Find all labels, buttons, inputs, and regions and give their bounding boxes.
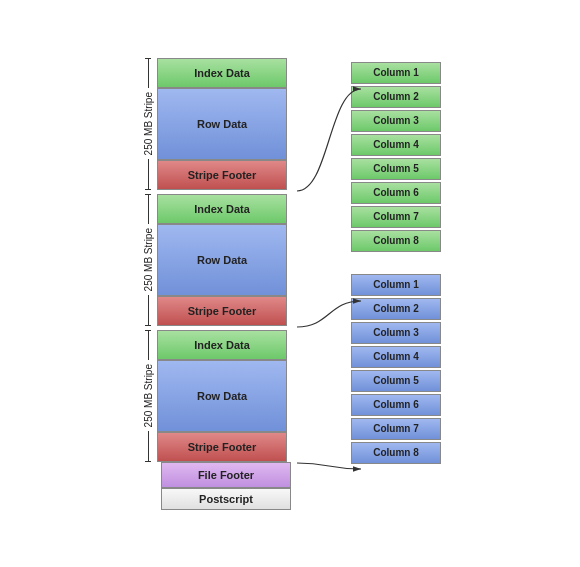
stripe-row-3: 250 MB Stripe Index Data Row Data Stripe… bbox=[139, 330, 291, 462]
line-2b bbox=[148, 295, 149, 324]
index-block-3: Index Data bbox=[157, 330, 287, 360]
extra-bottom-row: File Footer Postscript bbox=[139, 462, 291, 510]
col-1-8: Column 8 bbox=[351, 230, 441, 252]
stripe-row-1: 250 MB Stripe Index Data Row Data Stripe… bbox=[139, 58, 291, 190]
stripe-label-1: 250 MB Stripe bbox=[143, 88, 154, 159]
footer-block-3: Stripe Footer bbox=[157, 432, 287, 462]
col-2-8: Column 8 bbox=[351, 442, 441, 464]
col-1-3: Column 3 bbox=[351, 110, 441, 132]
line-3b bbox=[148, 431, 149, 460]
col-1-6: Column 6 bbox=[351, 182, 441, 204]
line-3 bbox=[148, 331, 149, 360]
col-1-1: Column 1 bbox=[351, 62, 441, 84]
col-2-7: Column 7 bbox=[351, 418, 441, 440]
col-1-7: Column 7 bbox=[351, 206, 441, 228]
col-2-4: Column 4 bbox=[351, 346, 441, 368]
col-1-2: Column 2 bbox=[351, 86, 441, 108]
col-1-4: Column 4 bbox=[351, 134, 441, 156]
footer-block-2: Stripe Footer bbox=[157, 296, 287, 326]
col-2-2: Column 2 bbox=[351, 298, 441, 320]
stripe-blocks-1: Index Data Row Data Stripe Footer bbox=[157, 58, 287, 190]
line-2 bbox=[148, 195, 149, 224]
row-block-2: Row Data bbox=[157, 224, 287, 296]
col-1-5: Column 5 bbox=[351, 158, 441, 180]
row-block-1: Row Data bbox=[157, 88, 287, 160]
column-group-2: Column 1 Column 2 Column 3 Column 4 Colu… bbox=[351, 274, 441, 464]
col-2-6: Column 6 bbox=[351, 394, 441, 416]
col-gap-1 bbox=[351, 256, 441, 270]
stripe-label-2: 250 MB Stripe bbox=[143, 224, 154, 295]
stripe-blocks-3: Index Data Row Data Stripe Footer bbox=[157, 330, 287, 462]
index-block-1: Index Data bbox=[157, 58, 287, 88]
spacer bbox=[139, 462, 161, 510]
brace-col-1: 250 MB Stripe bbox=[139, 58, 157, 190]
col-2-5: Column 5 bbox=[351, 370, 441, 392]
diagram: 250 MB Stripe Index Data Row Data Stripe… bbox=[129, 42, 451, 526]
stripe-blocks-2: Index Data Row Data Stripe Footer bbox=[157, 194, 287, 326]
column-group-1: Column 1 Column 2 Column 3 Column 4 Colu… bbox=[351, 62, 441, 252]
file-footer-block: File Footer bbox=[161, 462, 291, 488]
line-1b bbox=[148, 159, 149, 188]
stripe-label-3: 250 MB Stripe bbox=[143, 360, 154, 431]
brace-col-2: 250 MB Stripe bbox=[139, 194, 157, 326]
stripe-row-2: 250 MB Stripe Index Data Row Data Stripe… bbox=[139, 194, 291, 326]
col-2-1: Column 1 bbox=[351, 274, 441, 296]
left-section: 250 MB Stripe Index Data Row Data Stripe… bbox=[139, 58, 291, 510]
row-block-3: Row Data bbox=[157, 360, 287, 432]
col-2-3: Column 3 bbox=[351, 322, 441, 344]
footer-block-1: Stripe Footer bbox=[157, 160, 287, 190]
brace-col-3: 250 MB Stripe bbox=[139, 330, 157, 462]
index-block-2: Index Data bbox=[157, 194, 287, 224]
diagram-inner: 250 MB Stripe Index Data Row Data Stripe… bbox=[139, 58, 441, 510]
postscript-block: Postscript bbox=[161, 488, 291, 510]
right-section: Column 1 Column 2 Column 3 Column 4 Colu… bbox=[351, 62, 441, 464]
extra-bottom-blocks: File Footer Postscript bbox=[161, 462, 291, 510]
line-1 bbox=[148, 59, 149, 88]
